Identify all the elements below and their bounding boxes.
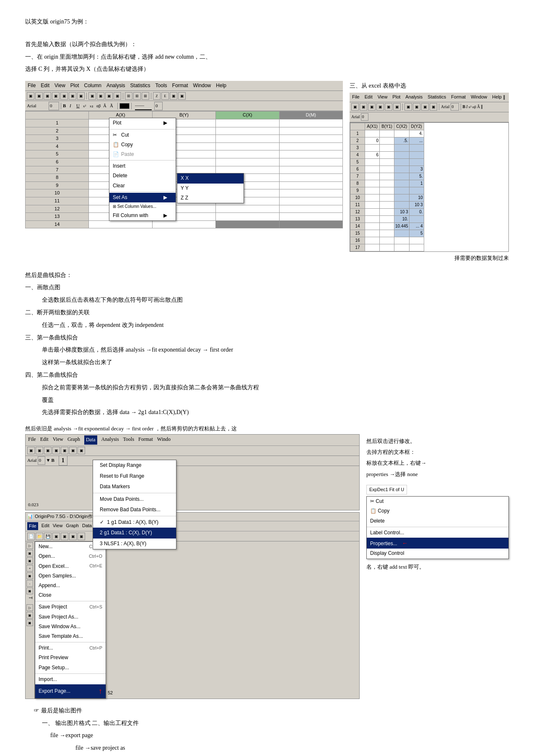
toolbar-btn-7[interactable]: ▣	[77, 92, 85, 100]
amenu-view[interactable]: View	[53, 435, 63, 444]
ctx-clear[interactable]: Clear	[109, 181, 176, 191]
toolbar-btn-10[interactable]: ▣	[105, 92, 113, 100]
rtb-8[interactable]: ▣	[413, 103, 420, 111]
rtb-10[interactable]: ▣	[430, 103, 437, 111]
toolbar-btn-18[interactable]: ▣	[178, 92, 186, 100]
toolbar-btn-8[interactable]: ▣	[88, 92, 96, 100]
amenu-data[interactable]: Data	[84, 435, 97, 444]
ftb-5[interactable]: ▣	[61, 533, 68, 540]
rtb-hat2[interactable]: ‖	[481, 104, 483, 110]
atb-7[interactable]: ▣	[78, 447, 85, 454]
side-icon-5[interactable]: ▣	[26, 572, 33, 579]
pm-properties[interactable]: Properties... ←	[367, 538, 508, 549]
toolbar-btn-9[interactable]: ▣	[97, 92, 104, 100]
atb-2[interactable]: ▣	[36, 447, 43, 454]
ftb-3[interactable]: 💾	[44, 533, 52, 540]
amenu-file[interactable]: File	[28, 435, 36, 444]
toolbar-btn-13[interactable]: ⊞	[133, 92, 141, 100]
rtb-size[interactable]: 0	[451, 103, 459, 111]
toolbar-btn-17[interactable]: ▣	[170, 92, 177, 100]
dd-set-display[interactable]: Set Display Range	[93, 460, 176, 471]
set-as-x[interactable]: X X	[177, 173, 244, 183]
rtb-super[interactable]: x²	[469, 104, 472, 110]
fmenu-graph[interactable]: Graph	[66, 522, 79, 531]
toolbar-btn-15[interactable]: Z	[153, 92, 161, 100]
menu-window[interactable]: Window	[193, 82, 211, 90]
dd-move-points[interactable]: Move Data Points...	[93, 494, 176, 505]
line-style[interactable]: ——	[135, 102, 152, 110]
toolbar-btn-3[interactable]: ▣	[44, 92, 51, 100]
fd-page-setup[interactable]: Page Setup...	[35, 663, 106, 673]
rtb-9[interactable]: ▣	[421, 103, 429, 111]
side-icon-10[interactable]: ▣	[26, 619, 33, 626]
menu-statistics[interactable]: Statistics	[130, 82, 150, 90]
ftb-1[interactable]: 📄	[27, 533, 35, 540]
ctx-set-col-values[interactable]: ⊞ Set Column Values...	[109, 202, 176, 211]
ftb-7[interactable]: ▣	[78, 533, 85, 540]
ctx-insert[interactable]: Insert	[109, 161, 176, 171]
menu-view[interactable]: View	[54, 82, 65, 90]
afont-name[interactable]: Arial	[27, 457, 37, 464]
ctx-paste[interactable]: 📄Paste	[109, 150, 176, 159]
fd-open[interactable]: Open...Ctrl+O	[35, 551, 106, 561]
color-box[interactable]	[119, 103, 130, 109]
rtb-4[interactable]: ▣	[376, 103, 384, 111]
pm-label-control[interactable]: Label Control...	[367, 528, 508, 538]
font-name[interactable]: Arial	[27, 102, 48, 110]
toolbar-btn-12[interactable]: ⊞	[125, 92, 132, 100]
rmenu-plot[interactable]: Plot	[392, 93, 400, 101]
fd-print[interactable]: Print...Ctrl+P	[35, 643, 106, 653]
toolbar-btn-2[interactable]: ▣	[35, 92, 43, 100]
rtb-hat[interactable]: Â	[477, 104, 480, 110]
up-btn[interactable]: Â	[103, 102, 109, 110]
set-as-y[interactable]: Y Y	[177, 184, 244, 193]
fd-export-page[interactable]: Export Page... ↑	[35, 684, 106, 698]
rcol-header-ax1[interactable]: A(X1)	[365, 123, 380, 130]
afont-size-drop[interactable]: 0	[38, 456, 45, 465]
amenu-windo[interactable]: Windo	[157, 435, 171, 444]
rmenu-edit[interactable]: Edit	[365, 93, 373, 101]
ftb-4[interactable]: ▣	[52, 533, 60, 540]
side-icon-7[interactable]: ▣	[26, 588, 33, 594]
amenu-tools[interactable]: Tools	[123, 435, 135, 444]
side-icon-6[interactable]: -	[26, 580, 33, 587]
amenu-graph[interactable]: Graph	[67, 435, 80, 444]
toolbar-btn-4[interactable]: ▣	[52, 92, 60, 100]
ctx-cut[interactable]: ✂Cut	[109, 130, 176, 140]
amenu-analysis[interactable]: Analysis	[101, 435, 119, 444]
rcol-header-dy2[interactable]: D(Y2)	[409, 123, 424, 130]
rmenu-format[interactable]: Format	[451, 93, 466, 101]
subscript-btn[interactable]: x₂	[90, 103, 96, 109]
alpha-btn[interactable]: αβ	[96, 103, 102, 109]
amenu-format[interactable]: Format	[138, 435, 153, 444]
toolbar-btn-5[interactable]: ▣	[60, 92, 68, 100]
rmenu-view[interactable]: View	[378, 93, 388, 101]
rcol-header-cx2[interactable]: C(X2)	[394, 123, 410, 130]
bold-btn[interactable]: B	[63, 102, 69, 110]
rtb-5[interactable]: ▣	[385, 103, 392, 111]
rtb-font[interactable]: Arial	[441, 104, 450, 110]
side-icon-8[interactable]: ▷	[26, 604, 33, 611]
afont-bold[interactable]: B	[52, 457, 54, 464]
dd-g1-data1-ab[interactable]: ✓ 1 g1 Data1 : A(X), B(Y)	[93, 517, 176, 528]
fd-import[interactable]: Import...	[35, 675, 106, 684]
menu-file[interactable]: File	[28, 82, 36, 90]
toolbar-btn-14[interactable]: ⊞	[142, 92, 149, 100]
rtb-bold[interactable]: B	[463, 104, 466, 110]
atb-4[interactable]: ▣	[52, 447, 60, 454]
fmenu-data[interactable]: Data	[82, 522, 92, 531]
menu-column[interactable]: Column	[84, 82, 101, 90]
toolbar-btn-6[interactable]: ▣	[69, 92, 76, 100]
rtb-7[interactable]: ▣	[404, 103, 412, 111]
atb-3[interactable]: ▣	[44, 447, 52, 454]
toolbar-btn-1[interactable]: ▣	[27, 92, 34, 100]
fd-open-excel[interactable]: Open Excel...Ctrl+E	[35, 562, 106, 571]
toolbar-btn-16[interactable]: E	[161, 92, 169, 100]
atb-6[interactable]: ▣	[69, 447, 77, 454]
dd-g1-data1-cd[interactable]: 2 g1 Data1 : C(X), D(Y)	[93, 528, 176, 538]
menu-plot[interactable]: Plot	[70, 82, 79, 90]
col-header-dm[interactable]: D(M)	[279, 111, 342, 119]
font-size-dropdown[interactable]: 0	[49, 102, 59, 110]
rmenu-analysis[interactable]: Analysis	[405, 93, 423, 101]
rtb-alpha[interactable]: αβ	[472, 104, 476, 110]
